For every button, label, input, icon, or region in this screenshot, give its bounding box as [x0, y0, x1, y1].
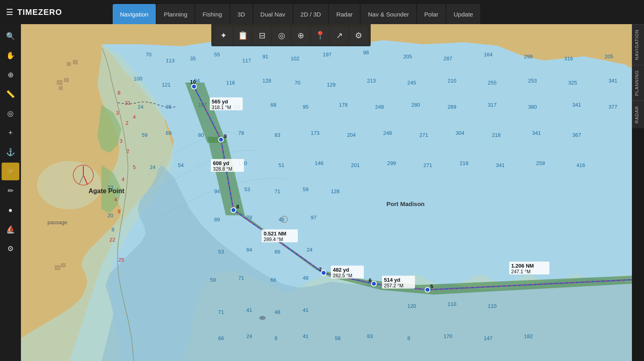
svg-text:318.1 °M: 318.1 °M	[212, 105, 231, 110]
svg-point-150	[231, 208, 236, 212]
svg-text:51: 51	[279, 162, 284, 168]
svg-text:147: 147	[484, 335, 493, 341]
svg-text:56: 56	[335, 335, 341, 341]
crosshair-side-icon[interactable]: +	[2, 124, 19, 142]
navigation-tabs: NavigationPlanningFishing3DDual Nav2D / …	[113, 0, 644, 24]
svg-text:120: 120	[407, 303, 416, 309]
svg-text:20: 20	[107, 212, 113, 219]
svg-point-177	[259, 316, 266, 320]
svg-text:280: 280	[411, 102, 420, 108]
svg-text:182: 182	[524, 333, 533, 339]
svg-text:178: 178	[339, 102, 348, 108]
svg-text:262.5 °M: 262.5 °M	[333, 273, 352, 278]
svg-text:205: 205	[605, 54, 613, 60]
map-container[interactable]: 70 113 35 55 117 91 102 197 98 205 287 1…	[21, 24, 632, 361]
svg-text:247.1 °M: 247.1 °M	[511, 269, 530, 274]
route-icon-icon[interactable]: ↗	[330, 27, 348, 44]
svg-text:83: 83	[275, 132, 280, 138]
config-gear-side-icon[interactable]: ⚙	[2, 240, 19, 258]
svg-text:8: 8	[236, 204, 239, 210]
hamburger-menu[interactable]: ☰	[6, 7, 13, 17]
svg-point-145	[219, 137, 223, 142]
svg-text:341: 341	[572, 102, 581, 108]
svg-text:129: 129	[327, 82, 336, 88]
nav-tab-navigation[interactable]: Navigation	[113, 4, 156, 24]
svg-text:121: 121	[162, 82, 171, 88]
svg-text:341: 341	[609, 78, 617, 84]
settings-gear-icon[interactable]: ⚙	[350, 27, 367, 44]
topbar: ☰ TIMEZERO ↩ ↪ NavigationPlanningFishing…	[0, 0, 644, 24]
radar-overlay-icon[interactable]: ◎	[272, 27, 290, 44]
nav-tab-3d[interactable]: 3D	[230, 4, 252, 24]
svg-text:4: 4	[133, 114, 136, 120]
app-logo: TIMEZERO	[17, 8, 62, 17]
svg-text:66: 66	[218, 335, 224, 341]
svg-text:passage: passage	[47, 219, 67, 225]
svg-text:117: 117	[242, 58, 251, 64]
svg-point-155	[321, 270, 326, 275]
svg-text:102: 102	[291, 56, 299, 62]
notes-icon[interactable]: 📋	[234, 27, 252, 44]
ruler-side-icon[interactable]: 📏	[2, 85, 19, 103]
svg-text:53: 53	[244, 186, 250, 192]
compass-icon[interactable]: ✦	[215, 27, 232, 44]
svg-text:83: 83	[367, 333, 373, 339]
svg-text:218: 218	[460, 160, 469, 166]
svg-text:482 yd: 482 yd	[333, 267, 349, 273]
svg-text:299: 299	[387, 160, 396, 166]
svg-text:110: 110	[488, 303, 497, 309]
svg-text:68: 68	[270, 102, 276, 108]
svg-text:8: 8	[111, 227, 114, 233]
anchor-side-icon[interactable]: ⚓	[2, 143, 19, 161]
svg-text:248: 248	[375, 104, 384, 110]
svg-text:55: 55	[214, 52, 220, 58]
svg-text:5: 5	[133, 164, 136, 170]
svg-rect-13	[73, 60, 77, 64]
right-tab-navigation-panel[interactable]: NAVIGATION	[632, 24, 644, 65]
boat-side-icon[interactable]: ⛵	[2, 221, 19, 238]
svg-rect-11	[59, 87, 62, 90]
nav-tab-planning[interactable]: Planning	[157, 4, 194, 24]
nav-tab-nav-sounder[interactable]: Nav & Sounder	[361, 4, 416, 24]
svg-text:341: 341	[532, 130, 541, 136]
svg-text:205: 205	[403, 54, 412, 60]
layers-icon[interactable]: ⊟	[253, 27, 271, 44]
svg-text:9: 9	[224, 133, 227, 139]
svg-text:8: 8	[275, 335, 277, 341]
magnify-side-icon[interactable]: 🔍	[2, 27, 19, 45]
nav-tab-2d3d[interactable]: 2D / 3D	[293, 4, 328, 24]
svg-text:245: 245	[407, 80, 416, 86]
nav-tab-update[interactable]: Update	[446, 4, 480, 24]
svg-text:6: 6	[369, 277, 372, 283]
track-icon[interactable]: 📍	[311, 27, 329, 44]
svg-rect-15	[61, 264, 65, 267]
center-side-icon[interactable]: ◎	[2, 105, 19, 122]
svg-text:287: 287	[444, 56, 452, 62]
svg-text:80: 80	[198, 132, 204, 138]
right-tab-radar-panel[interactable]: RADAR	[632, 101, 644, 128]
target-icon[interactable]: ⊕	[292, 27, 310, 44]
svg-text:24: 24	[150, 164, 155, 170]
svg-text:95: 95	[303, 104, 308, 110]
svg-text:Port Madison: Port Madison	[386, 200, 425, 207]
hand-side-icon[interactable]: ☞	[2, 163, 19, 180]
nav-tab-polar[interactable]: Polar	[417, 4, 446, 24]
svg-text:7: 7	[319, 266, 322, 272]
nav-tab-dual-nav[interactable]: Dual Nav	[253, 4, 293, 24]
zoom-in-side-icon[interactable]: ⊕	[2, 66, 19, 84]
circle-mark-side-icon[interactable]: ●	[2, 201, 19, 219]
right-tab-planning-panel[interactable]: PLANNING	[632, 65, 644, 101]
svg-text:25: 25	[118, 257, 124, 263]
nav-tab-fishing[interactable]: Fishing	[195, 4, 229, 24]
svg-text:1.206 NM: 1.206 NM	[511, 263, 534, 269]
svg-text:0.521 NM: 0.521 NM	[264, 231, 286, 237]
pan-side-icon[interactable]: ✋	[2, 47, 19, 64]
svg-text:377: 377	[609, 104, 617, 110]
svg-text:255: 255	[488, 80, 497, 86]
svg-text:53: 53	[218, 249, 224, 255]
svg-text:71: 71	[218, 309, 224, 315]
nav-tab-radar[interactable]: Radar	[329, 4, 360, 24]
svg-text:128: 128	[262, 78, 271, 84]
pencil-side-icon[interactable]: ✏	[2, 182, 19, 200]
side-toolbar: 🔍✋⊕📏◎+⚓☞✏●⛵⚙	[0, 24, 21, 361]
